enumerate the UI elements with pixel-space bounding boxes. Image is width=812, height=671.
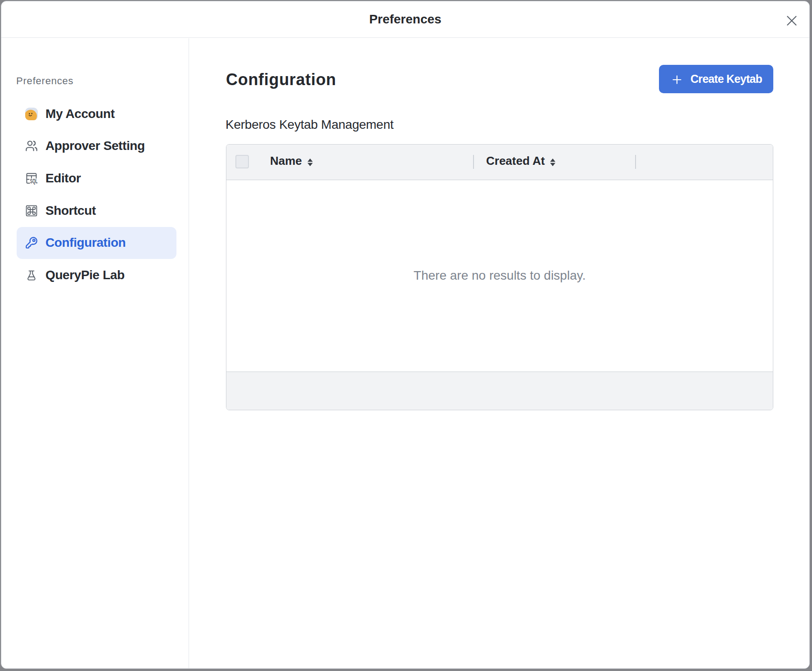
svg-text:SQL: SQL (30, 177, 38, 184)
